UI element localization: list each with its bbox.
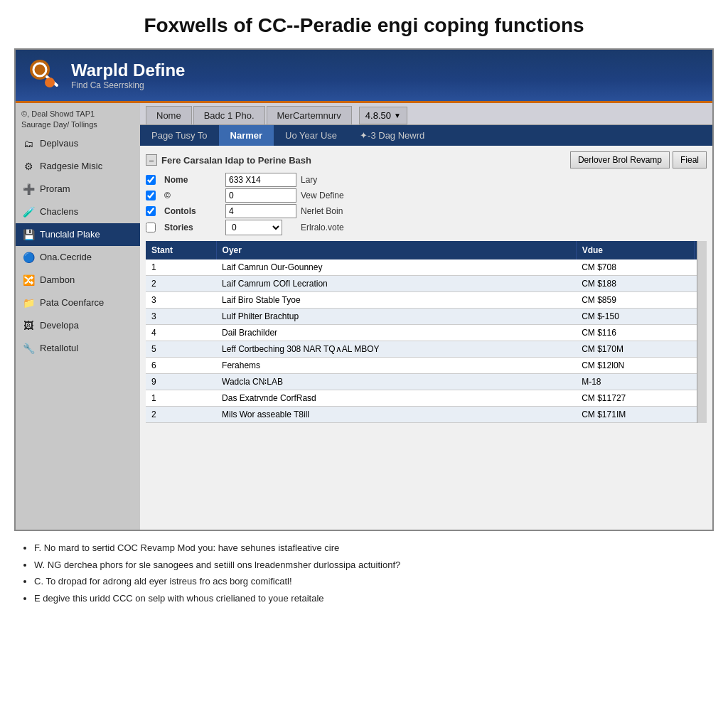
- top-tab-2[interactable]: MerCartemnurv: [267, 106, 352, 124]
- app-subtitle: Find Ca Seerrsking: [71, 80, 185, 90]
- sidebar-top-info: ©, Deal Showd TAP1 Saurage Day/ Tollings: [16, 106, 140, 132]
- sidebar-label: Dambon: [40, 274, 75, 285]
- table-cell-0-1: Laif Camrun Our-Gounney: [216, 259, 576, 276]
- inner-tab-0[interactable]: Page Tusy To: [140, 125, 219, 146]
- footer-note-1: W. NG derchea phors for sle sanogees and…: [34, 558, 714, 572]
- field-check-2[interactable]: [146, 206, 156, 216]
- field-desc-0: Lary: [301, 175, 707, 185]
- table-row: 5Leff Cortbeching 308 NAR TQ∧AL MBOYCM $…: [146, 341, 707, 358]
- top-tabs: NomeBadc 1 Pho.MerCartemnurv 4.8.50 ▼: [140, 103, 712, 125]
- table-cell-8-1: Das Exatrvnde CorfRasd: [216, 390, 576, 407]
- app-container: Warpld Define Find Ca Seerrsking ©, Deal…: [14, 48, 714, 531]
- collapse-button[interactable]: –: [146, 154, 157, 166]
- inner-tabs: Page Tusy ToNarmerUo Year Use✦-3 Dag New…: [140, 125, 712, 146]
- footer-note-3: E degive this uridd CCC on selp with who…: [34, 592, 714, 606]
- sidebar-item-dambon[interactable]: 🔀 Dambon: [16, 269, 140, 291]
- table-cell-5-0: 5: [146, 341, 216, 358]
- sidebar-info-line1: ©, Deal Showd TAP1: [21, 109, 134, 119]
- sidebar-icon: 🔵: [21, 250, 36, 264]
- field-check-0[interactable]: [146, 175, 156, 185]
- table-body: 1Laif Camrun Our-GounneyCM $7082Laif Cam…: [146, 259, 707, 423]
- sidebar-icon: 🖼: [21, 318, 36, 333]
- footer-note-2: C. To dropad for adrong ald eyer istreus…: [34, 574, 714, 589]
- field-input-2[interactable]: [225, 204, 296, 218]
- section-header: – Fere Carsalan Idap to Perine Bash Derl…: [146, 151, 707, 168]
- version-selector[interactable]: 4.8.50 ▼: [359, 107, 407, 124]
- table-cell-4-1: Dail Brachilder: [216, 325, 576, 341]
- content-area: NomeBadc 1 Pho.MerCartemnurv 4.8.50 ▼ Pa…: [140, 103, 712, 530]
- sidebar-info-line2: Saurage Day/ Tollings: [21, 119, 134, 130]
- table-cell-8-0: 1: [146, 390, 216, 407]
- fieal-button[interactable]: Fieal: [673, 151, 707, 168]
- table-cell-6-1: Ferahems: [216, 358, 576, 374]
- app-header: Warpld Define Find Ca Seerrsking: [16, 50, 712, 103]
- sidebar: ©, Deal Showd TAP1 Saurage Day/ Tollings…: [16, 103, 140, 530]
- top-tab-0[interactable]: Nome: [146, 106, 192, 124]
- section-buttons: Derlover Brol Revamp Fieal: [570, 151, 707, 168]
- field-input-0[interactable]: [225, 173, 296, 187]
- table-row: 9Wadcla CN∶LABM-18: [146, 374, 707, 390]
- page-title: Foxwells of CC--Peradie engi coping func…: [14, 14, 714, 37]
- table-row: 1Das Exatrvnde CorfRasdCM $11727: [146, 390, 707, 407]
- sidebar-label: Tunclald Plake: [40, 229, 100, 240]
- fields-grid: NomeLary©Vew DefineContolsNerlet BoinSto…: [146, 173, 707, 235]
- section-title: Fere Carsalan Idap to Perine Bash: [161, 155, 570, 166]
- table-cell-1-0: 2: [146, 276, 216, 292]
- table-cell-9-0: 2: [146, 407, 216, 423]
- table-cell-6-2: CM $12l0N: [576, 358, 694, 374]
- sidebar-item-radgesie-misic[interactable]: ⚙ Radgesie Misic: [16, 155, 140, 178]
- table-cell-1-1: Laif Camrum COfl Lecration: [216, 276, 576, 292]
- table-row: 2Mils Wor asseable T8illCM $171IM: [146, 407, 707, 423]
- main-panel: – Fere Carsalan Idap to Perine Bash Derl…: [140, 146, 712, 530]
- field-label-3: Stories: [164, 223, 221, 232]
- sidebar-item-deplvaus[interactable]: 🗂 Deplvaus: [16, 132, 140, 155]
- table-col-2: Vdue: [576, 241, 694, 259]
- table-cell-9-1: Mils Wor asseable T8ill: [216, 407, 576, 423]
- sidebar-item-chaclens[interactable]: 🧪 Chaclens: [16, 200, 140, 223]
- sidebar-label: Retallotul: [40, 343, 78, 353]
- top-tab-1[interactable]: Badc 1 Pho.: [193, 106, 265, 124]
- sidebar-item-proram[interactable]: ➕ Proram: [16, 178, 140, 200]
- revamp-button[interactable]: Derlover Brol Revamp: [570, 151, 670, 168]
- field-input-1[interactable]: [225, 188, 296, 203]
- sidebar-item-developa[interactable]: 🖼 Developa: [16, 314, 140, 337]
- svg-point-3: [45, 77, 55, 87]
- table-cell-6-0: 6: [146, 358, 216, 374]
- sidebar-item-retallotul[interactable]: 🔧 Retallotul: [16, 337, 140, 360]
- sidebar-icon: ⚙: [21, 159, 36, 173]
- sidebar-item-tunclald-plake[interactable]: 💾 Tunclald Plake: [16, 223, 140, 246]
- field-label-1: ©: [164, 191, 221, 200]
- app-name: Warpld Define: [71, 60, 185, 80]
- app-body: ©, Deal Showd TAP1 Saurage Day/ Tollings…: [16, 103, 712, 530]
- dropdown-arrow-icon[interactable]: ▼: [394, 112, 401, 119]
- field-check-3[interactable]: [146, 223, 156, 232]
- table-cell-7-0: 9: [146, 374, 216, 390]
- table-cell-1-2: CM $188: [576, 276, 694, 292]
- table-cell-4-0: 4: [146, 325, 216, 341]
- table-cell-2-0: 3: [146, 292, 216, 309]
- inner-tab-1[interactable]: Narmer: [219, 125, 274, 146]
- sidebar-label: Pata Coenfarce: [40, 297, 104, 308]
- inner-tab-2[interactable]: Uo Year Use: [274, 125, 348, 146]
- sidebar-item-pata-coenfarce[interactable]: 📁 Pata Coenfarce: [16, 291, 140, 314]
- table-header-row: StantOyerVdue: [146, 241, 707, 259]
- sidebar-label: Radgesie Misic: [40, 161, 102, 171]
- sidebar-icon: 🔧: [21, 341, 36, 355]
- field-check-1[interactable]: [146, 191, 156, 200]
- table-cell-0-0: 1: [146, 259, 216, 276]
- sidebar-icon: ➕: [21, 182, 36, 196]
- table-wrapper: StantOyerVdue 1Laif Camrun Our-GounneyCM…: [146, 241, 707, 423]
- inner-tab-3[interactable]: ✦-3 Dag Newrd: [348, 125, 436, 146]
- table-cell-5-1: Leff Cortbeching 308 NAR TQ∧AL MBOY: [216, 341, 576, 358]
- sidebar-item-ona-cecride[interactable]: 🔵 Ona.Cecride: [16, 246, 140, 269]
- table-col-1: Oyer: [216, 241, 576, 259]
- table-row: 1Laif Camrun Our-GounneyCM $708: [146, 259, 707, 276]
- scrollbar[interactable]: [697, 241, 707, 423]
- version-value: 4.8.50: [365, 110, 391, 121]
- field-select-3[interactable]: 0: [225, 220, 282, 235]
- field-label-0: Nome: [164, 175, 221, 185]
- app-logo: [26, 57, 63, 94]
- sidebar-icon: 🧪: [21, 205, 36, 219]
- table-col-0: Stant: [146, 241, 216, 259]
- field-desc-3: Erlralo.vote: [301, 223, 707, 232]
